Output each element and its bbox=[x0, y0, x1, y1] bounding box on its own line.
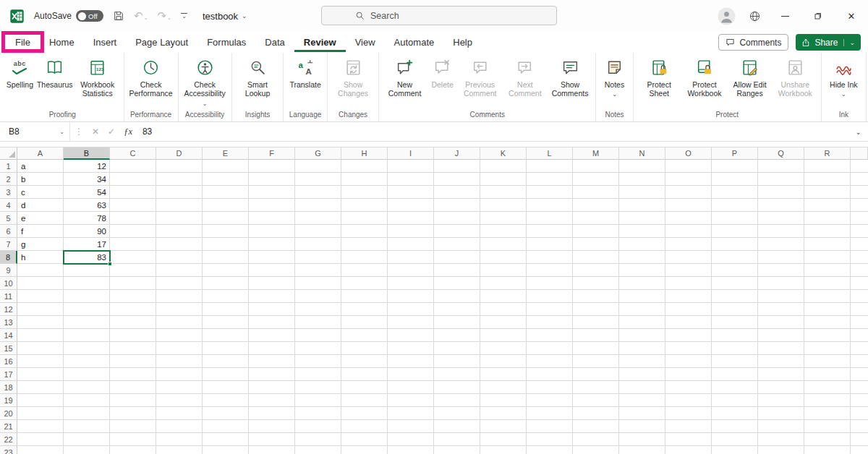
cells-area[interactable] bbox=[17, 160, 868, 454]
ribbon-button-hide-ink[interactable]: Hide Ink ⌄ bbox=[825, 53, 863, 109]
ribbon-button-new-comment[interactable]: New Comment bbox=[382, 53, 427, 109]
row-header-4[interactable]: 4 bbox=[0, 199, 17, 212]
row-header-7[interactable]: 7 bbox=[0, 238, 17, 251]
cell-A1[interactable]: a bbox=[17, 160, 64, 173]
excel-app-icon[interactable] bbox=[9, 9, 25, 24]
ribbon-button-protect-sheet[interactable]: Protect Sheet bbox=[637, 53, 682, 109]
tab-review[interactable]: Review bbox=[294, 32, 346, 52]
row-header-1[interactable]: 1 bbox=[0, 160, 17, 173]
minimize-button[interactable] bbox=[768, 0, 801, 32]
tab-automate[interactable]: Automate bbox=[385, 32, 444, 52]
insert-function-icon[interactable]: ƒx bbox=[119, 127, 137, 137]
row-header-20[interactable]: 20 bbox=[0, 407, 17, 420]
column-header-O[interactable]: O bbox=[665, 147, 712, 160]
column-header-N[interactable]: N bbox=[619, 147, 665, 160]
formula-input[interactable]: 83 bbox=[137, 127, 856, 137]
cell-B1[interactable]: 12 bbox=[64, 160, 110, 173]
column-header-C[interactable]: C bbox=[110, 147, 156, 160]
cell-B4[interactable]: 63 bbox=[64, 199, 110, 212]
cell-A5[interactable]: e bbox=[17, 212, 64, 225]
comments-button[interactable]: Comments bbox=[718, 34, 788, 51]
row-header-21[interactable]: 21 bbox=[0, 420, 17, 433]
ribbon-button-check-performance[interactable]: Check Performance bbox=[127, 53, 175, 109]
row-header-6[interactable]: 6 bbox=[0, 225, 17, 238]
ribbon-button-smart-lookup[interactable]: Smart Lookup bbox=[235, 53, 281, 109]
name-box-dropdown-icon[interactable]: ⌄ bbox=[59, 129, 64, 135]
cell-A6[interactable]: f bbox=[17, 225, 64, 238]
row-header-5[interactable]: 5 bbox=[0, 212, 17, 225]
row-header-22[interactable]: 22 bbox=[0, 433, 17, 446]
tab-view[interactable]: View bbox=[346, 32, 385, 52]
tab-insert[interactable]: Insert bbox=[84, 32, 127, 52]
close-button[interactable]: ✕ bbox=[835, 0, 868, 32]
row-header-12[interactable]: 12 bbox=[0, 303, 17, 316]
name-box[interactable]: B8 ⌄ bbox=[0, 122, 70, 141]
cell-B7[interactable]: 17 bbox=[64, 238, 110, 251]
ribbon-button-thesaurus[interactable]: Thesaurus bbox=[35, 53, 75, 109]
column-header-P[interactable]: P bbox=[712, 147, 758, 160]
ribbon-button-protect-workbook[interactable]: Protect Workbook bbox=[682, 53, 728, 109]
select-all-button[interactable] bbox=[0, 147, 17, 160]
column-header-J[interactable]: J bbox=[434, 147, 480, 160]
tab-home[interactable]: Home bbox=[40, 32, 84, 52]
save-icon[interactable] bbox=[113, 10, 124, 22]
row-header-10[interactable]: 10 bbox=[0, 277, 17, 290]
row-header-19[interactable]: 19 bbox=[0, 394, 17, 407]
search-box[interactable]: Search bbox=[321, 6, 557, 25]
tab-page-layout[interactable]: Page Layout bbox=[126, 32, 197, 52]
globe-icon[interactable] bbox=[749, 10, 761, 22]
autosave-switch[interactable]: Off bbox=[76, 10, 103, 22]
column-header-I[interactable]: I bbox=[388, 147, 434, 160]
column-header-B[interactable]: B bbox=[64, 147, 110, 160]
share-button[interactable]: Share ⌄ bbox=[796, 34, 861, 51]
column-header-G[interactable]: G bbox=[295, 147, 341, 160]
row-header-23[interactable]: 23 bbox=[0, 446, 17, 454]
row-header-18[interactable]: 18 bbox=[0, 381, 17, 394]
row-header-9[interactable]: 9 bbox=[0, 264, 17, 277]
column-header-K[interactable]: K bbox=[480, 147, 527, 160]
ribbon-button-translate[interactable]: aATranslate bbox=[286, 53, 323, 109]
row-header-2[interactable]: 2 bbox=[0, 173, 17, 186]
column-header-A[interactable]: A bbox=[17, 147, 64, 160]
column-header-D[interactable]: D bbox=[156, 147, 203, 160]
ribbon-button-check-accessibility[interactable]: Check Accessibility ⌄ bbox=[182, 53, 229, 109]
column-header-F[interactable]: F bbox=[249, 147, 295, 160]
formula-bar-expand-icon[interactable]: ⌄ bbox=[856, 128, 868, 136]
column-header-M[interactable]: M bbox=[573, 147, 619, 160]
fill-handle[interactable] bbox=[108, 262, 112, 266]
ribbon-button-notes[interactable]: Notes ⌄ bbox=[599, 53, 630, 109]
ribbon-button-workbook-statistics[interactable]: 123Workbook Statistics bbox=[75, 53, 121, 109]
cell-B5[interactable]: 78 bbox=[64, 212, 110, 225]
column-header-Q[interactable]: Q bbox=[758, 147, 804, 160]
row-header-14[interactable]: 14 bbox=[0, 329, 17, 342]
cell-A7[interactable]: g bbox=[17, 238, 64, 251]
ribbon-button-show-comments[interactable]: Show Comments bbox=[548, 53, 592, 109]
cell-B2[interactable]: 34 bbox=[64, 173, 110, 186]
tab-help[interactable]: Help bbox=[443, 32, 482, 52]
tab-formulas[interactable]: Formulas bbox=[197, 32, 255, 52]
row-header-15[interactable]: 15 bbox=[0, 342, 17, 355]
column-header-R[interactable]: R bbox=[804, 147, 851, 160]
cell-A3[interactable]: c bbox=[17, 186, 64, 199]
row-header-17[interactable]: 17 bbox=[0, 368, 17, 381]
cell-A8[interactable]: h bbox=[17, 251, 64, 264]
cell-B3[interactable]: 54 bbox=[64, 186, 110, 199]
column-header-E[interactable]: E bbox=[203, 147, 249, 160]
row-header-8[interactable]: 8 bbox=[0, 251, 17, 264]
row-header-3[interactable]: 3 bbox=[0, 186, 17, 199]
cell-A2[interactable]: b bbox=[17, 173, 64, 186]
restore-button[interactable] bbox=[801, 0, 835, 32]
cell-B6[interactable]: 90 bbox=[64, 225, 110, 238]
ribbon-button-spelling[interactable]: abcSpelling bbox=[4, 53, 35, 109]
share-dropdown-icon[interactable]: ⌄ bbox=[843, 39, 855, 46]
column-header-H[interactable]: H bbox=[341, 147, 388, 160]
row-header-16[interactable]: 16 bbox=[0, 355, 17, 368]
tab-file[interactable]: File bbox=[6, 32, 40, 52]
cell-A4[interactable]: d bbox=[17, 199, 64, 212]
ribbon-button-allow-edit-ranges[interactable]: Allow Edit Ranges bbox=[727, 53, 773, 109]
tab-data[interactable]: Data bbox=[255, 32, 294, 52]
row-header-13[interactable]: 13 bbox=[0, 316, 17, 329]
column-header-L[interactable]: L bbox=[527, 147, 573, 160]
account-avatar[interactable] bbox=[718, 7, 736, 25]
row-header-11[interactable]: 11 bbox=[0, 290, 17, 303]
